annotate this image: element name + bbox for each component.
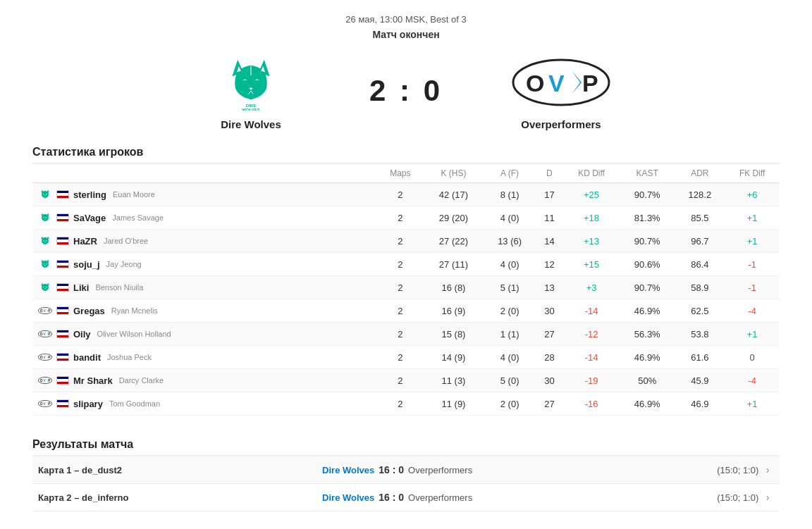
svg-text:O: O bbox=[40, 332, 43, 336]
svg-text:O: O bbox=[40, 356, 43, 359]
table-row: SaVage James Savage 2 29 (20) 4 (0) 11 +… bbox=[32, 206, 780, 230]
table-row: O V P Oily Oliver Wilson Holland 2 15 (8… bbox=[32, 323, 780, 346]
col-kd-diff: KD Diff bbox=[563, 164, 620, 183]
player-kast: 90.7% bbox=[620, 230, 675, 253]
player-nickname: bandit bbox=[73, 352, 101, 363]
flag-icon bbox=[56, 260, 69, 268]
team1-name: Dire Wolves bbox=[221, 118, 281, 130]
result-score: 16 : 0 bbox=[379, 492, 404, 503]
player-kast: 46.9% bbox=[620, 346, 675, 369]
col-d: D bbox=[536, 164, 563, 183]
team1-logo: DIRE WOLVES bbox=[223, 51, 279, 114]
player-d: 28 bbox=[536, 346, 563, 369]
match-status: Матч окончен bbox=[32, 29, 780, 40]
player-d: 30 bbox=[536, 369, 563, 392]
team-icon bbox=[38, 187, 52, 201]
player-nickname: HaZR bbox=[73, 236, 97, 247]
player-maps: 2 bbox=[377, 392, 423, 416]
svg-marker-42 bbox=[47, 379, 48, 382]
player-af: 4 (0) bbox=[484, 253, 535, 276]
player-adr: 61.6 bbox=[675, 346, 725, 369]
svg-text:P: P bbox=[582, 70, 598, 97]
svg-point-18 bbox=[43, 240, 44, 242]
result-teams-cell: Dire Wolves 16 : 0 Overperformers bbox=[316, 484, 642, 511]
player-kast: 56.3% bbox=[620, 323, 675, 346]
team-icon: O V P bbox=[38, 397, 52, 411]
svg-marker-27 bbox=[47, 309, 48, 313]
flag-icon bbox=[56, 306, 69, 315]
player-fk-diff: -1 bbox=[725, 276, 780, 299]
player-kd-diff: +3 bbox=[563, 276, 620, 299]
team-icon: O V P bbox=[38, 327, 52, 341]
player-d: 27 bbox=[536, 392, 563, 416]
player-adr: 85.5 bbox=[675, 206, 725, 230]
player-cell: Liki Benson Niuila bbox=[32, 276, 377, 299]
svg-text:V: V bbox=[43, 402, 46, 406]
svg-text:O: O bbox=[40, 309, 43, 313]
player-kast: 50% bbox=[620, 369, 675, 392]
chevron-right-icon[interactable]: › bbox=[761, 463, 774, 476]
results-section: Результаты матча Карта 1 – de_dust2 Dire… bbox=[32, 428, 780, 511]
svg-marker-47 bbox=[47, 402, 48, 406]
player-nickname: sterling bbox=[73, 189, 106, 200]
team-icon bbox=[38, 211, 52, 225]
result-detail: (15:0; 1:0) › bbox=[642, 456, 780, 484]
player-maps: 2 bbox=[377, 346, 423, 369]
player-realname: Euan Moore bbox=[113, 190, 155, 199]
flag-icon bbox=[56, 283, 69, 292]
table-row: O V P bandit Joshua Peck 2 14 (9) 4 (0) … bbox=[32, 346, 780, 369]
player-d: 13 bbox=[536, 276, 563, 299]
svg-text:O: O bbox=[40, 402, 43, 406]
player-maps: 2 bbox=[377, 369, 423, 392]
svg-marker-12 bbox=[572, 70, 582, 94]
player-cell: HaZR Jared O'bree bbox=[32, 230, 377, 253]
result-score: 16 : 0 bbox=[379, 464, 404, 475]
player-khs: 16 (9) bbox=[423, 299, 484, 323]
svg-text:V: V bbox=[43, 379, 46, 382]
svg-text:P: P bbox=[48, 356, 51, 359]
player-cell: O V P Mr Shark Darcy Clarke bbox=[32, 369, 377, 392]
player-realname: Jay Jeong bbox=[106, 260, 142, 268]
map-label: Карта 2 – de_inferno bbox=[32, 484, 316, 511]
match-score: 2 : 0 bbox=[369, 74, 443, 108]
team2-name: Overperformers bbox=[521, 118, 601, 130]
team-icon: O V P bbox=[38, 304, 52, 318]
team2-logo: O V P bbox=[512, 51, 610, 114]
player-adr: 58.9 bbox=[675, 276, 725, 299]
player-d: 27 bbox=[536, 323, 563, 346]
team2-block: O V P Overperformers bbox=[462, 51, 660, 130]
player-cell: SaVage James Savage bbox=[32, 206, 377, 230]
player-adr: 96.7 bbox=[675, 230, 725, 253]
player-maps: 2 bbox=[377, 299, 423, 323]
svg-text:O: O bbox=[526, 70, 544, 97]
stats-table: Maps K (HS) A (F) D KD Diff KAST ADR FK … bbox=[32, 164, 780, 416]
player-adr: 128.2 bbox=[675, 183, 725, 206]
player-d: 12 bbox=[536, 253, 563, 276]
player-d: 11 bbox=[536, 206, 563, 230]
player-af: 13 (6) bbox=[484, 230, 535, 253]
chevron-right-icon[interactable]: › bbox=[761, 491, 774, 504]
result-row: Карта 1 – de_dust2 Dire Wolves 16 : 0 Ov… bbox=[32, 456, 780, 484]
result-team1[interactable]: Dire Wolves bbox=[322, 465, 374, 475]
player-kast: 90.7% bbox=[620, 276, 675, 299]
svg-text:P: P bbox=[48, 332, 51, 336]
player-fk-diff: +1 bbox=[725, 230, 780, 253]
col-af: A (F) bbox=[484, 164, 535, 183]
player-kd-diff: +18 bbox=[563, 206, 620, 230]
player-realname: Benson Niuila bbox=[95, 283, 143, 292]
player-kd-diff: -16 bbox=[563, 392, 620, 416]
player-khs: 29 (20) bbox=[423, 206, 484, 230]
col-khs: K (HS) bbox=[423, 164, 484, 183]
player-fk-diff: -4 bbox=[725, 299, 780, 323]
svg-text:P: P bbox=[48, 379, 51, 382]
player-nickname: Oily bbox=[73, 329, 91, 340]
player-cell: O V P Gregas Ryan Mcnelis bbox=[32, 299, 377, 323]
player-af: 4 (0) bbox=[484, 346, 535, 369]
player-realname: Oliver Wilson Holland bbox=[97, 330, 171, 338]
player-cell: sterling Euan Moore bbox=[32, 183, 377, 206]
flag-icon bbox=[56, 213, 69, 222]
result-team1[interactable]: Dire Wolves bbox=[322, 492, 374, 503]
player-cell: O V P bandit Joshua Peck bbox=[32, 346, 377, 369]
player-kd-diff: -19 bbox=[563, 369, 620, 392]
player-fk-diff: +1 bbox=[725, 206, 780, 230]
